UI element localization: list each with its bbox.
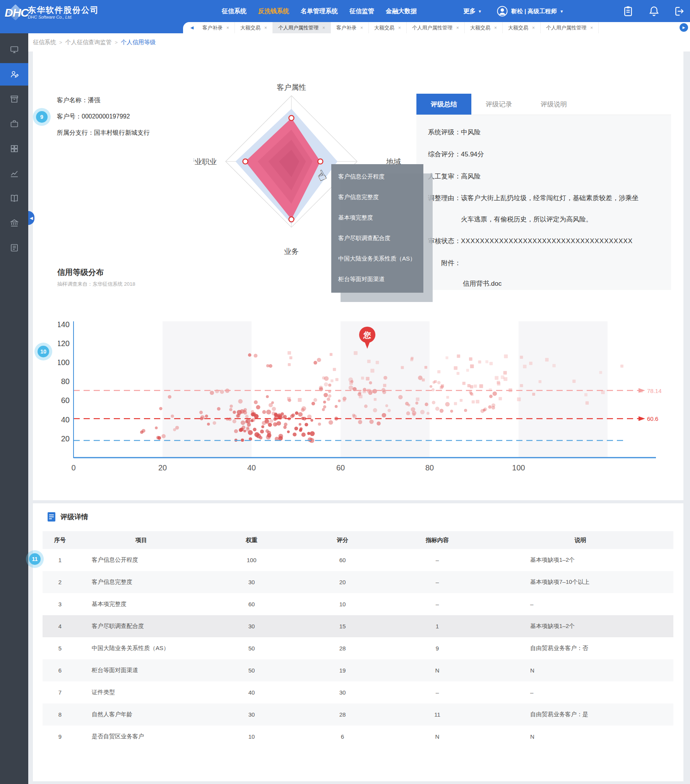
attachment-file[interactable]: 信用背书.doc <box>426 274 671 293</box>
tab-大额交易[interactable]: 大额交易× <box>503 22 541 33</box>
cell: 10 <box>298 593 387 615</box>
detail-section-header: 评级详情 <box>47 512 88 522</box>
tab-个人用户属性管理[interactable]: 个人用户属性管理× <box>407 22 465 33</box>
user-edit-icon <box>10 70 19 79</box>
close-icon[interactable]: × <box>494 25 497 31</box>
bell-icon[interactable] <box>648 5 660 17</box>
tab-大额交易[interactable]: 大额交易× <box>235 22 273 33</box>
sidebar-item-book[interactable] <box>0 187 28 209</box>
panel-tab-评级说明[interactable]: 评级说明 <box>526 94 581 115</box>
cell: 6 <box>43 659 77 681</box>
cell: 20 <box>298 571 387 593</box>
sidebar-item-user-edit[interactable] <box>0 63 28 86</box>
table-row[interactable]: 6柜台等面对面渠道5019NN <box>43 659 673 681</box>
distribution-subtitle: 抽样调查来自：东华征信系统 2018 <box>57 281 135 288</box>
avatar <box>497 5 508 17</box>
cell: N <box>387 659 488 681</box>
table-row[interactable]: 8自然人客户年龄302811自由贸易业务客户：是 <box>43 703 673 726</box>
tab-大额交易[interactable]: 大额交易× <box>465 22 503 33</box>
sidebar-item-briefcase[interactable] <box>0 113 28 135</box>
logo-text: DHC <box>5 6 29 19</box>
close-icon[interactable]: × <box>264 25 267 31</box>
cell: – <box>387 681 488 703</box>
menu-item-征信系统[interactable]: 征信系统 <box>222 7 247 15</box>
document-icon <box>47 512 56 522</box>
cell: 28 <box>298 637 387 659</box>
radar-hover-menu: 客户信息公开程度客户信息完整度基本项完整度客户尽职调查配合度中国大陆业务关系性质… <box>331 164 423 293</box>
close-icon[interactable]: × <box>360 25 363 31</box>
cell: 客户尽职调查配合度 <box>77 615 205 637</box>
hover-menu-item[interactable]: 客户尽职调查配合度 <box>331 228 423 249</box>
chevron-down-icon: ▼ <box>560 9 564 14</box>
rating-detail-card: 评级详情 序号项目权重评分指标内容说明 1客户信息公开程度10060–基本项缺项… <box>33 503 683 781</box>
navbar-menu: 征信系统反洗钱系统名单管理系统征信监管金融大数据 <box>222 0 417 22</box>
table-row[interactable]: 9是否自贸区业务客户106NN <box>43 726 673 748</box>
hover-menu-item[interactable]: 基本项完整度 <box>331 208 423 228</box>
close-icon[interactable]: × <box>590 25 593 31</box>
panel-field: 审核状态：XXXXXXXXXXXXXXXXXXXXXXXXXXXXXXXXXXX… <box>426 230 671 252</box>
left-sidebar <box>0 33 28 784</box>
tab-客户补录[interactable]: 客户补录× <box>197 22 235 33</box>
field-value: 该客户大街上乱扔垃圾，经常闯红灯，基础素质较差，涉乘坐火车逃票，有偷税历史，所以… <box>461 187 643 230</box>
breadcrumb-item[interactable]: 个人信用等级 <box>121 39 156 46</box>
clipboard-icon[interactable] <box>622 5 634 17</box>
tab-大额交易[interactable]: 大额交易× <box>369 22 407 33</box>
tab-label: 大额交易 <box>508 24 528 31</box>
hover-menu-item[interactable]: 客户信息完整度 <box>331 187 423 208</box>
close-icon[interactable]: × <box>398 25 401 31</box>
close-icon[interactable]: × <box>456 25 459 31</box>
menu-item-金融大数据[interactable]: 金融大数据 <box>386 7 417 15</box>
open-tabs-bar: ◀ 客户补录×大额交易×个人用户属性管理×客户补录×大额交易×个人用户属性管理×… <box>183 22 690 33</box>
panel-tab-评级记录[interactable]: 评级记录 <box>471 94 526 115</box>
panel-tab-评级总结[interactable]: 评级总结 <box>416 94 471 115</box>
customer-row: 客户名称：潘强 <box>57 92 150 108</box>
sidebar-item-bank[interactable] <box>0 212 28 234</box>
sidebar-item-archive[interactable] <box>0 88 28 110</box>
book-icon <box>10 194 19 203</box>
tabs-scroll-right-icon[interactable]: ▶ <box>680 23 688 32</box>
cell: 60 <box>298 549 387 571</box>
breadcrumb-item[interactable]: 个人征信查询监管 <box>65 39 112 46</box>
tab-个人用户属性管理[interactable]: 个人用户属性管理× <box>273 22 331 33</box>
y-tick-label: 60 <box>61 396 70 405</box>
sidebar-item-monitor[interactable] <box>0 38 28 61</box>
menu-item-反洗钱系统[interactable]: 反洗钱系统 <box>258 7 289 15</box>
hover-menu-item[interactable]: 客户信息公开程度 <box>331 166 423 187</box>
customer-value: 00020000197992 <box>82 113 130 120</box>
menu-item-征信监管[interactable]: 征信监管 <box>349 7 374 15</box>
hover-menu-item[interactable]: 柜台等面对面渠道 <box>331 269 423 290</box>
radar-axis-label: 客户属性 <box>277 83 306 91</box>
menu-item-more[interactable]: 更多 ▼ <box>463 0 482 22</box>
panel-field: 系统评级：中风险 <box>426 121 671 143</box>
tabs-scroll-left-icon[interactable]: ◀ <box>187 22 197 33</box>
close-icon[interactable]: × <box>532 25 535 31</box>
y-tick-label: 80 <box>61 377 70 386</box>
x-tick-label: 40 <box>247 463 256 472</box>
user-account[interactable]: 靳松 | 高级工程师 ▼ <box>497 0 563 22</box>
table-row[interactable]: 3基本项完整度6010–– <box>43 593 673 615</box>
cell: 9 <box>387 637 488 659</box>
field-label: 系统评级： <box>426 128 461 137</box>
table-row[interactable]: 5中国大陆业务关系性质（AS）50289自由贸易业务客户：否 <box>43 637 673 659</box>
breadcrumb-item[interactable]: 征信系统 <box>33 39 56 46</box>
table-row[interactable]: 2客户信息完整度3020–基本项缺项7–10个以上 <box>43 571 673 593</box>
reference-line-label: 78.14 <box>647 388 662 394</box>
table-row[interactable]: 4客户尽职调查配合度30151基本项缺项1–2个 <box>43 615 673 637</box>
sidebar-item-chart[interactable] <box>0 162 28 185</box>
hover-menu-item[interactable]: 中国大陆业务关系性质（AS） <box>331 249 423 269</box>
table-row[interactable]: 1客户信息公开程度10060–基本项缺项1–2个 <box>43 549 673 571</box>
panel-field: 综合评分：45.94分 <box>426 143 671 165</box>
logout-icon[interactable] <box>673 5 685 17</box>
radar-axis-label: 业务 <box>284 247 299 256</box>
sidebar-item-grid[interactable] <box>0 137 28 160</box>
x-tick-label: 20 <box>158 463 167 472</box>
tab-个人用户属性管理[interactable]: 个人用户属性管理× <box>541 22 599 33</box>
brand-logo: DHC 东华软件股份公司 DHC Software Co., Ltd. <box>7 2 99 22</box>
close-icon[interactable]: × <box>226 25 229 31</box>
list-icon <box>10 243 19 252</box>
tab-客户补录[interactable]: 客户补录× <box>331 22 369 33</box>
sidebar-item-list[interactable] <box>0 237 28 259</box>
menu-item-名单管理系统[interactable]: 名单管理系统 <box>301 7 338 15</box>
close-icon[interactable]: × <box>322 25 325 31</box>
table-row[interactable]: 7证件类型4030–– <box>43 681 673 703</box>
